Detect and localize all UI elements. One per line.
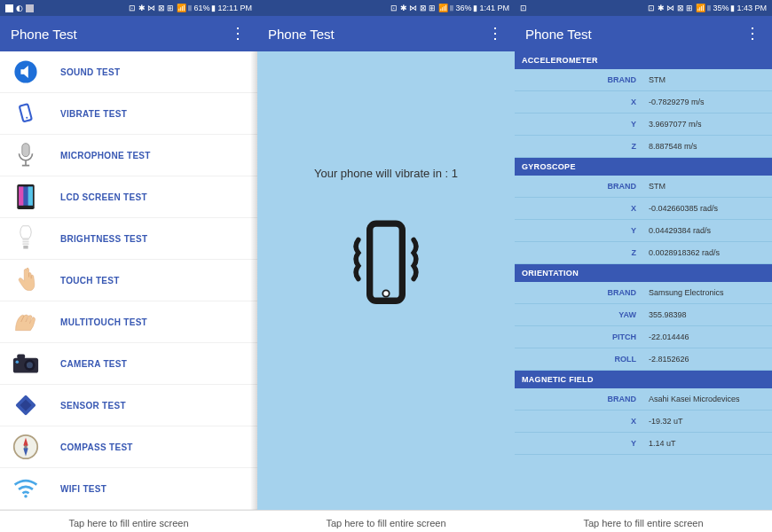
sensor-value: 3.9697077 m/s [643,120,772,129]
test-item-sound[interactable]: SOUND TEST [0,51,257,93]
test-item-touch[interactable]: TOUCH TEST [0,260,257,301]
sensor-row: BRANDSamsung Electronics [515,282,772,304]
battery-text: 61% [193,4,209,12]
test-item-vibrate[interactable]: VIBRATE TEST [0,93,257,135]
sensor-row: YAW355.98398 [515,304,772,326]
status-icons: ⊡ ✱ ⋈ ⊠ ⊞ 📶 ⫴ [390,4,453,13]
test-list[interactable]: SOUND TESTVIBRATE TESTMICROPHONE TESTLCD… [0,51,257,510]
sensor-icon [12,392,39,419]
svg-rect-13 [17,354,25,358]
tap-hint-bar[interactable]: Tap here to fill entire screen [257,510,515,532]
sensor-value: 355.98398 [643,310,772,319]
touch-icon [12,267,39,293]
sensor-row: Y3.9697077 m/s [515,113,772,136]
svg-point-20 [24,445,28,449]
sensor-row: X-19.32 uT [515,411,772,433]
sensor-key: PITCH [515,332,643,341]
time-text: 12:11 PM [217,4,252,12]
test-item-label: WIFI TEST [60,484,106,494]
sensor-row: BRANDSTM [515,176,772,198]
vibrate-phone-icon [337,215,435,313]
svg-rect-6 [19,187,23,206]
sensor-row: ROLL-2.8152626 [515,348,772,371]
sensor-value: -22.014446 [643,332,772,341]
status-icon: ◐ [16,4,23,12]
time-text: 1:41 PM [479,4,509,12]
svg-point-16 [16,360,20,364]
sensor-key: Z [515,142,643,151]
sensor-key: BRAND [515,395,643,403]
app-title: Phone Test [525,27,592,42]
sensor-row: Y0.04429384 rad/s [515,220,772,242]
multitouch-icon [12,309,39,335]
overflow-menu-icon[interactable]: ⋯ [744,26,763,42]
tap-hint-bar[interactable]: Tap here to fill entire screen [0,510,257,532]
mic-icon [12,142,39,168]
svg-rect-22 [370,223,403,301]
camera-icon [12,350,39,377]
test-item-sensor[interactable]: SENSOR TEST [0,385,257,426]
sensor-key: X [515,204,643,213]
sensor-section-header: ACCELEROMETER [515,51,772,69]
vibrate-countdown-text: Your phone will vibrate in : 1 [314,167,458,180]
sensor-key: BRAND [515,288,643,297]
overflow-menu-icon[interactable]: ⋯ [486,26,506,42]
status-icon [26,4,34,12]
test-item-mic[interactable]: MICROPHONE TEST [0,135,257,176]
sensor-row: PITCH-22.014446 [515,326,772,348]
test-item-lcd[interactable]: LCD SCREEN TEST [0,176,257,218]
sensor-key: X [515,98,643,106]
sensor-value: Asahi Kasei Microdevices [643,395,772,403]
sensor-value: STM [643,75,772,84]
sensor-value: STM [643,182,772,191]
battery-icon: ▮ [473,4,477,12]
test-item-label: CAMERA TEST [60,359,127,369]
sensor-list[interactable]: ACCELEROMETERBRANDSTMX-0.7829279 m/sY3.9… [515,51,772,510]
test-item-label: TOUCH TEST [60,276,120,286]
overflow-menu-icon[interactable]: ⋯ [229,26,248,42]
test-item-wifi[interactable]: WIFI TEST [0,468,257,510]
svg-rect-11 [23,246,28,249]
status-bar: ⊡ ⊡ ✱ ⋈ ⊠ ⊞ 📶 ⫴ 35% ▮ 1:43 PM [515,0,772,16]
lcd-icon [12,184,39,210]
test-item-camera[interactable]: CAMERA TEST [0,343,257,385]
sensor-key: YAW [515,310,643,319]
battery-text: 36% [455,4,471,12]
test-item-label: VIBRATE TEST [60,109,127,119]
vibrate-icon [12,100,39,127]
test-item-multitouch[interactable]: MULTITOUCH TEST [0,301,257,343]
app-title: Phone Test [268,27,335,42]
sensor-section-header: GYROSCOPE [515,158,772,176]
svg-point-2 [26,116,28,119]
test-item-label: SOUND TEST [60,67,120,77]
sensor-value: 1.14 uT [643,439,772,448]
battery-icon: ▮ [211,4,216,12]
svg-point-23 [382,290,389,296]
sensor-key: Y [515,439,643,448]
app-bar: Phone Test ⋯ [515,16,772,51]
test-item-compass[interactable]: COMPASS TEST [0,426,257,468]
time-text: 1:43 PM [737,4,767,12]
sensor-key: Z [515,248,643,257]
sensor-key: ROLL [515,355,643,364]
sensor-value: -0.7829279 m/s [643,98,772,106]
sensor-section-header: MAGNETIC FIELD [515,371,772,388]
sensor-value: 0.0028918362 rad/s [643,248,772,257]
test-item-label: MULTITOUCH TEST [60,317,147,327]
app-bar: Phone Test ⋯ [0,16,257,51]
compass-icon [12,434,39,460]
sensor-section-header: ORIENTATION [515,264,772,282]
sensor-key: Y [515,120,643,129]
sensor-value: -2.8152626 [643,355,772,364]
sensor-value: Samsung Electronics [643,288,772,297]
test-item-label: MICROPHONE TEST [60,151,151,160]
sensor-value: -0.042660385 rad/s [643,204,772,213]
svg-rect-10 [22,243,28,245]
app-bar: Phone Test ⋯ [257,16,515,51]
sensor-row: X-0.7829279 m/s [515,91,772,113]
test-item-label: LCD SCREEN TEST [60,192,147,202]
tap-hint-bar[interactable]: Tap here to fill entire screen [515,510,772,532]
screen-test-list: ◐ ⊡ ✱ ⋈ ⊠ ⊞ 📶 ⫴ 61% ▮ 12:11 PM Phone Tes… [0,0,257,532]
test-item-bright[interactable]: BRIGHTNESS TEST [0,218,257,260]
svg-rect-1 [20,104,32,121]
